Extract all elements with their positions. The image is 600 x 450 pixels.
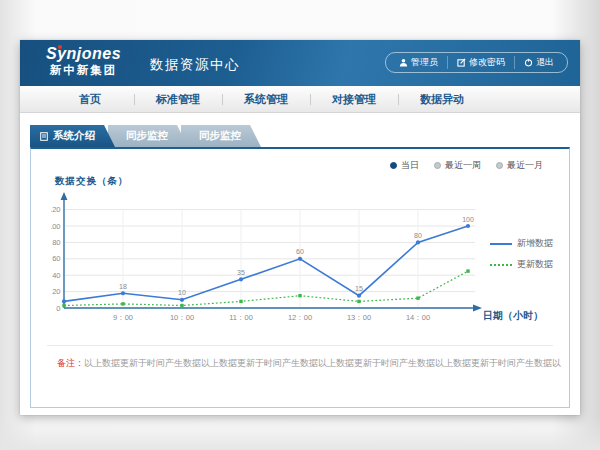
tab-system-intro-label: 系统介绍 [53, 129, 95, 143]
data-point [121, 291, 125, 295]
y-tick-label: 120 [51, 205, 61, 214]
edit-icon [457, 58, 466, 67]
tab-system-intro[interactable]: 系统介绍 [30, 125, 115, 147]
data-point [239, 300, 242, 303]
logo-red-dot-icon [58, 45, 62, 49]
legend-updated-data-label: 更新数据 [517, 258, 553, 271]
legend-item-new-data[interactable]: 新增数据 [490, 237, 553, 250]
data-point [357, 300, 360, 303]
data-point-label: 18 [119, 283, 127, 290]
y-tick-label: 100 [51, 222, 61, 231]
footer-note-text: 以上数据更新于时间产生数据以上数据更新于时间产生数据以上数据更新于时间产生数据以… [84, 358, 561, 368]
series-line-0 [64, 226, 468, 301]
nav-item-standard-mgmt[interactable]: 标准管理 [134, 92, 222, 107]
logo-company: 新中新集团 [46, 64, 121, 77]
y-tick-label: 0 [56, 304, 60, 313]
divider [47, 345, 553, 346]
radio-selected-icon [390, 162, 397, 169]
tab-sync-monitor-1-label: 同步监控 [126, 129, 168, 143]
x-axis-title: 日期（小时） [483, 309, 543, 323]
y-axis-title: 数据交换（条） [55, 175, 129, 188]
nav-item-system-mgmt[interactable]: 系统管理 [222, 92, 310, 107]
data-point-label: 35 [237, 269, 245, 276]
logo: Synjones 新中新集团 [46, 45, 121, 76]
x-axis-arrow-icon [473, 304, 482, 311]
solid-line-icon [490, 243, 512, 245]
footer-note: 备注：以上数据更新于时间产生数据以上数据更新于时间产生数据以上数据更新于时间产生… [57, 357, 561, 370]
user-menu-admin[interactable]: 管理员 [390, 56, 447, 69]
power-icon [524, 58, 533, 67]
data-point [62, 299, 66, 303]
user-menu-admin-label: 管理员 [411, 56, 438, 69]
data-point [180, 304, 183, 307]
main-nav: 首页 标准管理 系统管理 对接管理 数据异动 [20, 86, 580, 113]
radio-unselected-icon [496, 162, 503, 169]
data-point-label: 10 [178, 289, 186, 296]
nav-item-interface-mgmt[interactable]: 对接管理 [310, 92, 398, 107]
y-axis-arrow-icon [61, 192, 68, 200]
data-point-label: 15 [355, 285, 363, 292]
data-point [180, 298, 184, 302]
data-point [466, 224, 470, 228]
time-range-radio-group: 当日 最近一周 最近一月 [390, 159, 543, 172]
content-panel: 当日 最近一周 最近一月 数据交换（条） 0204060801001209：00… [30, 147, 570, 408]
user-menu-logout[interactable]: 退出 [514, 56, 563, 69]
user-menu: 管理员 修改密码 退出 [385, 52, 568, 73]
line-chart: 0204060801001209：0010：0011：0012：0013：001… [51, 189, 491, 334]
x-tick-label: 12：00 [288, 313, 312, 322]
tab-sync-monitor-1[interactable]: 同步监控 [108, 125, 188, 147]
data-point [239, 277, 243, 281]
document-icon [40, 132, 48, 141]
data-point [298, 257, 302, 261]
data-point [416, 296, 419, 299]
y-tick-label: 80 [52, 238, 60, 247]
x-tick-label: 11：00 [229, 313, 253, 322]
y-tick-label: 20 [52, 287, 60, 296]
app-header: Synjones 新中新集团 数据资源中心 管理员 修改密码 [20, 40, 580, 86]
user-menu-logout-label: 退出 [536, 56, 554, 69]
data-point [466, 269, 469, 272]
x-tick-label: 10：00 [170, 313, 194, 322]
x-tick-label: 14：00 [406, 313, 430, 322]
data-point-label: 80 [414, 232, 422, 239]
data-point [416, 240, 420, 244]
nav-item-data-change[interactable]: 数据异动 [398, 92, 486, 107]
user-menu-change-password-label: 修改密码 [469, 56, 505, 69]
radio-last-week-label: 最近一周 [445, 159, 481, 172]
legend-item-updated-data[interactable]: 更新数据 [490, 258, 553, 271]
user-menu-change-password[interactable]: 修改密码 [447, 56, 514, 69]
radio-last-month[interactable]: 最近一月 [496, 159, 543, 172]
logo-brand: Synjones [46, 45, 121, 63]
app-window: Synjones 新中新集团 数据资源中心 管理员 修改密码 [20, 40, 580, 415]
user-icon [399, 58, 408, 67]
tab-sync-monitor-2-label: 同步监控 [199, 129, 241, 143]
legend-new-data-label: 新增数据 [517, 237, 553, 250]
y-tick-label: 40 [52, 271, 60, 280]
radio-unselected-icon [434, 162, 441, 169]
page-title: 数据资源中心 [150, 56, 240, 74]
y-tick-label: 60 [52, 254, 60, 263]
radio-last-week[interactable]: 最近一周 [434, 159, 481, 172]
tab-sync-monitor-2[interactable]: 同步监控 [181, 125, 261, 147]
radio-today[interactable]: 当日 [390, 159, 419, 172]
tab-bar: 系统介绍 同步监控 同步监控 [30, 125, 261, 147]
footer-note-label: 备注： [57, 358, 84, 368]
nav-item-home[interactable]: 首页 [46, 92, 134, 107]
x-tick-label: 9：00 [113, 313, 133, 322]
data-point-label: 100 [462, 216, 474, 223]
radio-today-label: 当日 [401, 159, 419, 172]
chart-legend: 新增数据 更新数据 [490, 237, 553, 271]
data-point [357, 294, 361, 298]
data-point-label: 60 [296, 248, 304, 255]
dotted-line-icon [490, 264, 512, 266]
radio-last-month-label: 最近一月 [507, 159, 543, 172]
data-point [121, 302, 124, 305]
data-point [298, 294, 301, 297]
x-tick-label: 13：00 [347, 313, 371, 322]
data-point [62, 304, 65, 307]
